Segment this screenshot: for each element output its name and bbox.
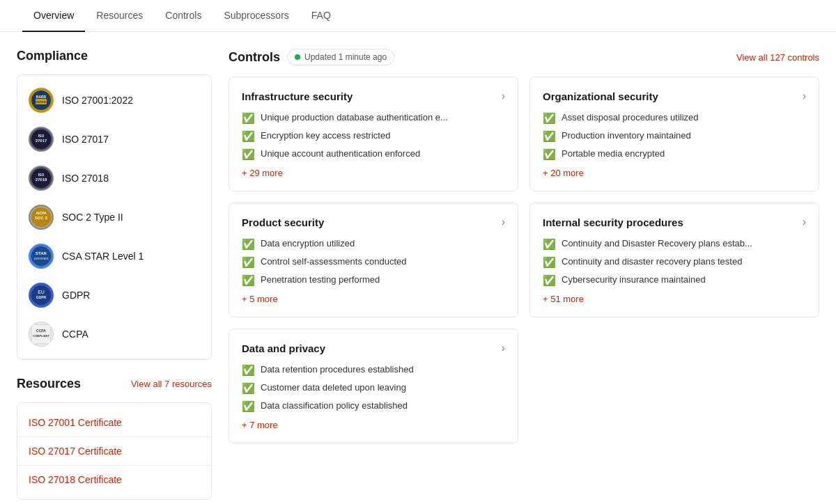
compliance-item-iso27001[interactable]: BARR CERTIFIED ISO 27001:2022 xyxy=(17,81,211,120)
badge-iso27018: ISO 27018 xyxy=(29,166,54,191)
control-label-privacy-1: Customer data deleted upon leaving xyxy=(261,382,406,393)
card-infra-chevron: › xyxy=(502,90,505,102)
compliance-item-iso27017[interactable]: ISO 27017 ISO 27017 xyxy=(17,120,211,159)
control-label-privacy-0: Data retention procedures established xyxy=(261,364,414,375)
svg-text:ISO: ISO xyxy=(38,173,45,177)
control-label-product-0: Data encryption utilized xyxy=(261,238,355,249)
nav-overview[interactable]: Overview xyxy=(22,0,85,32)
resource-item-iso27017-cert[interactable]: ISO 27017 Certificate xyxy=(17,437,211,466)
controls-header: Controls Updated 1 minute ago View all 1… xyxy=(229,49,819,65)
compliance-label-iso27017: ISO 27017 xyxy=(62,134,109,145)
nav-controls[interactable]: Controls xyxy=(154,0,212,32)
compliance-label-iso27018: ISO 27018 xyxy=(62,173,109,184)
control-item-internal-2: ✅ Cybersecurity insurance maintained xyxy=(543,274,806,287)
control-item-product-0: ✅ Data encryption utilized xyxy=(242,238,505,251)
card-organizational[interactable]: Organizational security › ✅ Asset dispos… xyxy=(529,77,819,191)
compliance-title: Compliance xyxy=(17,49,212,63)
control-label-org-1: Production inventory maintained xyxy=(562,130,691,141)
nav-resources[interactable]: Resources xyxy=(85,0,154,32)
card-org-title: Organizational security xyxy=(543,90,658,102)
card-internal-title: Internal security procedures xyxy=(543,216,683,228)
card-org-chevron: › xyxy=(803,90,806,102)
svg-text:BARR: BARR xyxy=(36,95,47,99)
resources-list: ISO 27001 Certificate ISO 27017 Certific… xyxy=(17,402,212,500)
svg-text:STAR: STAR xyxy=(36,251,47,255)
compliance-item-csa[interactable]: STAR CERTIFIED CSA STAR Level 1 xyxy=(17,237,211,276)
more-link-privacy[interactable]: + 7 more xyxy=(242,420,505,430)
compliance-item-gdpr[interactable]: EU GDPR GDPR xyxy=(17,276,211,315)
check-icon-privacy-1: ✅ xyxy=(242,382,255,395)
card-internal[interactable]: Internal security procedures › ✅ Continu… xyxy=(529,203,819,317)
svg-text:EU: EU xyxy=(38,290,45,294)
card-infrastructure[interactable]: Infrastructure security › ✅ Unique produ… xyxy=(229,77,518,191)
control-item-org-0: ✅ Asset disposal procedures utilized xyxy=(543,112,806,125)
control-item-internal-0: ✅ Continuity and Disaster Recovery plans… xyxy=(543,238,806,251)
more-link-infra[interactable]: + 29 more xyxy=(242,168,505,178)
control-item-product-1: ✅ Control self-assessments conducted xyxy=(242,256,505,269)
control-label-infra-1: Encryption key access restricted xyxy=(261,130,390,141)
control-label-privacy-2: Data classification policy established xyxy=(261,400,408,411)
control-label-internal-1: Continuity and disaster recovery plans t… xyxy=(562,256,742,267)
check-icon-org-1: ✅ xyxy=(543,130,556,143)
control-label-org-2: Portable media encrypted xyxy=(562,148,665,159)
check-icon-internal-0: ✅ xyxy=(543,238,556,251)
card-org-header: Organizational security › xyxy=(543,90,806,102)
card-product[interactable]: Product security › ✅ Data encryption uti… xyxy=(229,203,518,317)
compliance-list: BARR CERTIFIED ISO 27001:2022 ISO 27017 … xyxy=(17,74,212,360)
more-link-org[interactable]: + 20 more xyxy=(543,168,806,178)
card-infra-header: Infrastructure security › xyxy=(242,90,505,102)
control-item-org-2: ✅ Portable media encrypted xyxy=(543,148,806,161)
svg-text:27017: 27017 xyxy=(36,139,47,143)
badge-ccpa: CCPA COMPLIANT xyxy=(29,322,54,347)
nav-faq[interactable]: FAQ xyxy=(300,0,342,32)
svg-text:CCPA: CCPA xyxy=(36,329,46,333)
controls-title: Controls xyxy=(229,50,280,65)
check-icon-internal-2: ✅ xyxy=(543,274,556,287)
control-item-org-1: ✅ Production inventory maintained xyxy=(543,130,806,143)
svg-text:SOC 2: SOC 2 xyxy=(35,216,48,220)
status-dot xyxy=(295,54,300,60)
svg-text:COMPLIANT: COMPLIANT xyxy=(33,334,49,338)
update-badge: Updated 1 minute ago xyxy=(287,49,394,65)
control-label-internal-2: Cybersecurity insurance maintained xyxy=(562,274,706,285)
check-icon-product-1: ✅ xyxy=(242,256,255,269)
check-icon-infra-2: ✅ xyxy=(242,148,255,161)
svg-text:CERTIFIED: CERTIFIED xyxy=(33,257,48,260)
svg-text:CERTIFIED: CERTIFIED xyxy=(33,100,48,104)
view-all-resources-link[interactable]: View all 7 resources xyxy=(131,379,212,389)
svg-text:GDPR: GDPR xyxy=(36,295,47,299)
compliance-item-soc2[interactable]: AICPA SOC 2 SOC 2 Type II xyxy=(17,198,211,237)
control-item-internal-1: ✅ Continuity and disaster recovery plans… xyxy=(543,256,806,269)
card-product-header: Product security › xyxy=(242,216,505,228)
more-link-internal[interactable]: + 51 more xyxy=(543,294,806,304)
resource-item-iso27018-cert[interactable]: ISO 27018 Certificate xyxy=(17,466,211,494)
compliance-label-ccpa: CCPA xyxy=(62,329,88,340)
card-dataprivacy[interactable]: Data and privacy › ✅ Data retention proc… xyxy=(229,329,518,443)
card-infra-title: Infrastructure security xyxy=(242,90,353,102)
check-icon-privacy-2: ✅ xyxy=(242,400,255,413)
compliance-item-ccpa[interactable]: CCPA COMPLIANT CCPA xyxy=(17,315,211,354)
controls-title-area: Controls Updated 1 minute ago xyxy=(229,49,394,65)
view-all-controls-link[interactable]: View all 127 controls xyxy=(736,52,819,63)
control-label-infra-0: Unique production database authenticatio… xyxy=(261,112,448,123)
control-item-privacy-1: ✅ Customer data deleted upon leaving xyxy=(242,382,505,395)
card-privacy-header: Data and privacy › xyxy=(242,342,505,354)
card-product-title: Product security xyxy=(242,216,324,228)
check-icon-infra-1: ✅ xyxy=(242,130,255,143)
control-label-org-0: Asset disposal procedures utilized xyxy=(562,112,699,123)
check-icon-org-2: ✅ xyxy=(543,148,556,161)
svg-text:AICPA: AICPA xyxy=(36,211,47,215)
left-panel: Compliance BARR CERTIFIED ISO 27001:2022 xyxy=(17,49,212,500)
control-label-product-2: Penetration testing performed xyxy=(261,274,380,285)
control-item-infra-0: ✅ Unique production database authenticat… xyxy=(242,112,505,125)
check-icon-internal-1: ✅ xyxy=(543,256,556,269)
compliance-label-iso27001: ISO 27001:2022 xyxy=(62,95,133,106)
check-icon-org-0: ✅ xyxy=(543,112,556,125)
compliance-item-iso27018[interactable]: ISO 27018 ISO 27018 xyxy=(17,159,211,198)
update-text: Updated 1 minute ago xyxy=(304,52,387,62)
more-link-product[interactable]: + 5 more xyxy=(242,294,505,304)
control-item-product-2: ✅ Penetration testing performed xyxy=(242,274,505,287)
right-panel: Controls Updated 1 minute ago View all 1… xyxy=(229,49,819,500)
resource-item-iso27001-cert[interactable]: ISO 27001 Certificate xyxy=(17,409,211,437)
nav-subprocessors[interactable]: Subprocessors xyxy=(212,0,300,32)
